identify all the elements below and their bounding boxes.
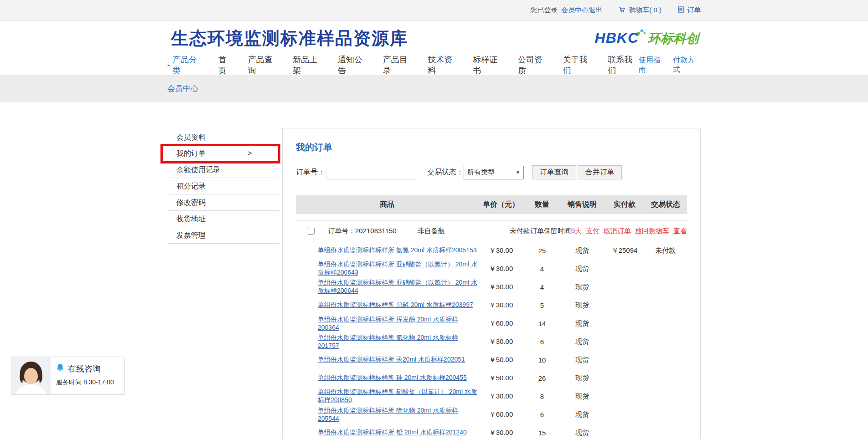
- agent-avatar: [11, 357, 51, 394]
- sidebar-item-invoice-management[interactable]: 发票管理: [167, 227, 279, 244]
- return-to-cart-link[interactable]: 放回购物车: [635, 227, 669, 235]
- product-link[interactable]: 单组份水质监测标样标样所 亚硝酸盐（以氮计） 20ml 水质标样200643: [318, 260, 477, 276]
- member-center-link[interactable]: 会员中心: [561, 6, 589, 15]
- sidebar-item-member-info[interactable]: 会员资料: [167, 129, 279, 145]
- orders-link-label: 订单: [687, 6, 701, 15]
- order-no-label: 订单号：: [296, 168, 325, 177]
- sale-note: 现货: [560, 283, 604, 291]
- merge-orders-button[interactable]: 合并订单: [578, 165, 622, 179]
- order-item-row: 单组份水质监测标样标样所 砷 20ml 水质标样200455 ￥50.00 26…: [296, 369, 687, 387]
- quantity: 15: [524, 429, 560, 437]
- payment-method-link[interactable]: 付款方式: [673, 56, 701, 75]
- order-item-row: 单组份水质监测标样标样所 亚硝酸盐（以氮计） 20ml 水质标样200643 ￥…: [296, 260, 687, 278]
- quantity: 25: [524, 247, 560, 255]
- site-header: 生态环境监测标准样品资源库 HBKC 环标科创 - 产品分类 首页 产品查询 新…: [0, 21, 868, 75]
- order-no-input[interactable]: [326, 166, 416, 179]
- sidebar-item-balance-records[interactable]: 余额使用记录: [167, 162, 279, 178]
- logout-link[interactable]: 退出: [589, 6, 602, 15]
- sidebar-item-label: 我的订单: [176, 149, 206, 157]
- breadcrumb-member-center[interactable]: 会员中心: [167, 83, 198, 94]
- quantity: 4: [524, 265, 560, 273]
- col-quantity: 数量: [524, 200, 560, 209]
- nav-item-home[interactable]: 首页: [218, 54, 234, 76]
- online-chat-widget[interactable]: 在线咨询 服务时间 8:30-17:00: [11, 357, 125, 395]
- login-status-group: 您已登录 会员中心 退出: [530, 6, 602, 15]
- chat-title: 在线咨询: [68, 363, 101, 374]
- sale-note: 现货: [560, 410, 604, 419]
- sidebar-item-label: 发票管理: [176, 231, 206, 239]
- col-paid-amount: 实付款: [604, 200, 645, 209]
- paid-amount: ￥25094: [604, 246, 645, 255]
- order-filter-bar: 订单号： 交易状态： 所有类型 ▼ 订单查询 合并订单: [296, 165, 687, 179]
- sidebar-item-shipping-address[interactable]: 收货地址: [167, 211, 279, 227]
- nav-item-company-qualifications[interactable]: 公司资质: [518, 54, 549, 76]
- retention-days: 9天: [571, 227, 582, 235]
- nav-product-category[interactable]: - 产品分类: [167, 54, 204, 76]
- chat-title-row[interactable]: 在线咨询: [56, 363, 121, 374]
- nav-item-announcements[interactable]: 通知公告: [338, 54, 369, 76]
- product-link[interactable]: 单组份水质监测标样标样所 亚硝酸盐（以氮计） 20ml 水质标样200644: [318, 279, 477, 294]
- sale-note: 现货: [560, 337, 604, 346]
- site-logo-title: 生态环境监测标准样品资源库: [171, 27, 408, 50]
- product-link[interactable]: 单组份水质监测标样标样所 铅 20ml 水质标样201240: [318, 429, 467, 436]
- col-unit-price: 单价（元）: [478, 200, 524, 209]
- pay-link[interactable]: 支付: [586, 227, 599, 235]
- product-link[interactable]: 单组份水质监测标样标样所 硝酸盐（以氮计） 20ml 水质标样200850: [318, 388, 477, 403]
- cancel-order-link[interactable]: 取消订单: [604, 227, 631, 235]
- nav-item-new-arrivals[interactable]: 新品上架: [293, 54, 324, 76]
- order-note: 非自备瓶: [418, 227, 445, 235]
- sidebar-item-label: 修改密码: [176, 199, 206, 206]
- sidebar-item-my-orders[interactable]: 我的订单>: [167, 145, 279, 162]
- orders-link[interactable]: 订单: [678, 6, 701, 15]
- user-guide-link[interactable]: 使用指南: [639, 56, 666, 75]
- order-item-row: 单组份水质监测标样标样所 总磷 20ml 水质标样203997 ￥30.00 5…: [296, 296, 687, 314]
- brand-logo-en: HBKC: [595, 30, 639, 46]
- breadcrumb-band: 会员中心: [0, 75, 868, 102]
- product-link[interactable]: 单组份水质监测标样标样所 汞20ml 水质标样202051: [318, 356, 465, 363]
- product-link[interactable]: 单组份水质监测标样标样所 氰化物 20ml 水质标样201757: [318, 334, 458, 349]
- product-link[interactable]: 单组份水质监测标样标样所 总磷 20ml 水质标样203997: [318, 301, 473, 308]
- sidebar-item-change-password[interactable]: 修改密码: [167, 194, 279, 211]
- sale-note: 现货: [560, 429, 604, 437]
- member-sidebar: 会员资料 我的订单> 余额使用记录 积分记录 修改密码 收货地址 发票管理: [167, 129, 279, 244]
- unit-price: ￥30.00: [478, 301, 524, 310]
- sale-note: 现货: [560, 356, 604, 364]
- view-order-link[interactable]: 查看: [673, 227, 687, 235]
- col-product: 商品: [296, 200, 478, 209]
- unit-price: ￥30.00: [478, 337, 524, 346]
- sale-note: 现货: [560, 392, 604, 401]
- brand-logo-cn: 环标科创: [648, 30, 699, 47]
- trade-status-select[interactable]: 所有类型 ▼: [464, 166, 524, 179]
- nav-item-technical-docs[interactable]: 技术资料: [428, 54, 459, 76]
- sale-note: 现货: [560, 374, 604, 383]
- molecule-icon: [636, 28, 646, 37]
- active-arrow: >: [248, 149, 252, 157]
- product-link[interactable]: 单组份水质监测标样标样所 硫化物 20ml 水质标样205544: [318, 407, 458, 422]
- brand-logo: HBKC 环标科创: [595, 30, 699, 47]
- product-link[interactable]: 单组份水质监测标样标样所 氨氮 20ml 水质标样2005153: [318, 246, 477, 254]
- unit-price: ￥30.00: [478, 283, 524, 291]
- unit-price: ￥30.00: [478, 429, 524, 437]
- nav-item-about-us[interactable]: 关于我们: [563, 54, 594, 76]
- order-select-checkbox[interactable]: [308, 228, 315, 235]
- cart-link[interactable]: 购物车( 0 ): [619, 6, 661, 15]
- product-link[interactable]: 单组份水质监测标样标样所 挥发酚 20ml 水质标样200364: [318, 316, 458, 331]
- sidebar-item-points-records[interactable]: 积分记录: [167, 178, 279, 194]
- chat-info: 在线咨询 服务时间 8:30-17:00: [51, 357, 124, 394]
- nav-item-product-catalog[interactable]: 产品目录: [383, 54, 414, 76]
- order-query-button[interactable]: 订单查询: [532, 165, 576, 179]
- col-sale-note: 销售说明: [560, 200, 604, 209]
- trade-status-label: 交易状态：: [427, 168, 464, 177]
- trade-status-selected-value: 所有类型: [467, 168, 495, 177]
- nav-item-product-search[interactable]: 产品查询: [248, 54, 279, 76]
- unit-price: ￥50.00: [478, 356, 524, 364]
- nav-item-sample-certificates[interactable]: 标样证书: [473, 54, 504, 76]
- unit-price: ￥50.00: [478, 374, 524, 383]
- unit-price: ￥30.00: [478, 392, 524, 401]
- order-group-header: 订单号：20210831150 非自备瓶 未付款订单保留时间9天 支付 取消订单…: [296, 220, 687, 241]
- quantity: 10: [524, 356, 560, 364]
- product-link[interactable]: 单组份水质监测标样标样所 砷 20ml 水质标样200455: [318, 374, 467, 381]
- nav-item-contact-us[interactable]: 联系我们: [608, 54, 639, 76]
- order-item-row: 单组份水质监测标样标样所 氰化物 20ml 水质标样201757 ￥30.00 …: [296, 332, 687, 351]
- unit-price: ￥30.00: [478, 246, 524, 255]
